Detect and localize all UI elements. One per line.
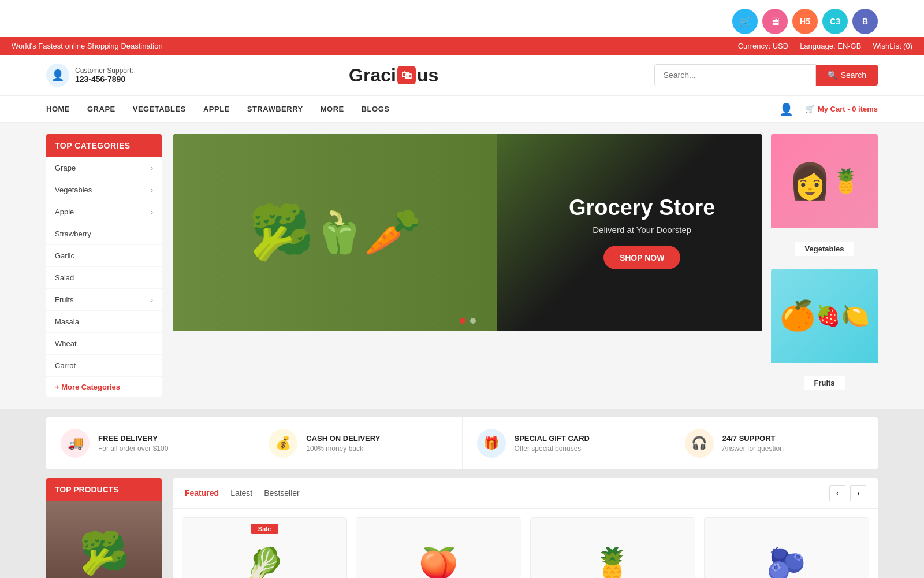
nav-right: 👤 🛒 My Cart - 0 items — [779, 102, 878, 116]
icon-bootstrap-circle[interactable]: B — [852, 9, 878, 34]
user-account-icon[interactable]: 👤 — [779, 102, 793, 116]
sidebar-item-garlic[interactable]: Garlic — [46, 245, 162, 267]
product-card-2[interactable]: 🍑 — [356, 517, 521, 578]
product-image-2: 🍑 — [356, 518, 520, 578]
arrow-icon: › — [151, 186, 153, 194]
hero-title: Grocery Store — [569, 196, 715, 220]
feature-support: 🎧 24/7 SUPPORT Answer for question — [670, 417, 878, 469]
nav-strawberry[interactable]: STRAWBERRY — [247, 96, 303, 122]
sidebar-item-fruits[interactable]: Fruits › — [46, 289, 162, 311]
language-selector[interactable]: Language: EN-GB — [800, 42, 861, 50]
currency-selector[interactable]: Currency: USD — [738, 42, 788, 50]
nav-blogs[interactable]: BLOGS — [362, 96, 390, 122]
feature-text: CASH ON DELIVERY 100% money back — [306, 434, 380, 453]
tab-next-button[interactable]: › — [850, 485, 866, 501]
tab-prev-button[interactable]: ‹ — [829, 485, 845, 501]
support-info: Customer Support: 123-456-7890 — [75, 66, 133, 84]
sidebar-item-label: Masala — [55, 317, 79, 326]
hero-banner: 🥦 🫑 🥕 Grocery Store Deliverd at Your Doo… — [173, 134, 762, 397]
side-banners: 👩 🍍 Vegetables 🍊 🍓 🍋 Fruits — [771, 134, 878, 397]
icon-cart-circle[interactable]: 🛒 — [732, 9, 758, 34]
tab-featured[interactable]: Featured — [185, 488, 219, 498]
search-input[interactable] — [654, 64, 816, 86]
feature-title: SPECIAL GIFT CARD — [515, 434, 590, 443]
sidebar-item-masala[interactable]: Masala — [46, 311, 162, 333]
nav-home[interactable]: HOME — [46, 96, 70, 122]
side-banner-vegetables-image: 👩 🍍 — [771, 134, 878, 228]
tab-bestseller[interactable]: Bestseller — [264, 488, 299, 498]
feature-gift-card: 🎁 SPECIAL GIFT CARD Offer special bonuse… — [463, 417, 670, 469]
sidebar-item-label: Grape — [55, 164, 76, 172]
sidebar-item-label: Garlic — [55, 251, 74, 260]
cart-button[interactable]: 🛒 My Cart - 0 items — [805, 105, 878, 113]
hero-carousel-dots — [460, 318, 476, 324]
icon-css-circle[interactable]: C3 — [822, 9, 848, 34]
top-products-sidebar-image: 🥦 — [46, 501, 162, 578]
feature-desc: 100% money back — [306, 444, 380, 453]
feature-text: SPECIAL GIFT CARD Offer special bonuses — [515, 434, 590, 453]
nav-vegetables[interactable]: VEGETABLES — [133, 96, 186, 122]
logo-name-start: Graci — [349, 65, 396, 86]
icon-monitor-circle[interactable]: 🖥 — [762, 9, 788, 34]
nav-apple[interactable]: APPLE — [203, 96, 230, 122]
cash-delivery-icon: 💰 — [269, 429, 297, 458]
tab-latest[interactable]: Latest — [230, 488, 252, 498]
product-image-4: 🫐 — [705, 518, 869, 578]
support-number: 123-456-7890 — [75, 75, 133, 84]
feature-title: CASH ON DELIVERY — [306, 434, 380, 443]
sidebar-item-apple[interactable]: Apple › — [46, 201, 162, 223]
hero-section: 🥦 🫑 🥕 Grocery Store Deliverd at Your Doo… — [173, 134, 878, 397]
top-icons-bar: 🛒 🖥 H5 C3 B — [0, 0, 924, 37]
header: 👤 Customer Support: 123-456-7890 Graci 🛍… — [0, 55, 924, 96]
product-card-3[interactable]: 🍍 — [530, 517, 695, 578]
top-products-title: TOP PRODUCTS — [46, 478, 162, 501]
product-card-4[interactable]: 🫐 — [704, 517, 869, 578]
more-categories-label: + More Categories — [55, 383, 120, 391]
arrow-icon: › — [151, 164, 153, 172]
sidebar-item-label: Vegetables — [55, 186, 92, 194]
support-label: Customer Support: — [75, 66, 133, 75]
feature-text: 24/7 SUPPORT Answer for question — [722, 434, 784, 453]
hero-text-area: Grocery Store Deliverd at Your Doorstep … — [569, 196, 715, 269]
hero-vegetables-image: 🥦 🫑 🥕 — [173, 134, 497, 331]
more-categories-link[interactable]: + More Categories — [46, 377, 162, 397]
sidebar-item-label: Wheat — [55, 339, 77, 348]
logo-icon: 🛍 — [397, 66, 416, 84]
cart-icon: 🛒 — [805, 105, 814, 113]
products-tabs-bar: Featured Latest Bestseller ‹ › — [173, 478, 878, 509]
hero-subtitle: Deliverd at Your Doorstep — [569, 224, 715, 234]
free-delivery-icon: 🚚 — [61, 429, 90, 458]
top-bar-right: Currency: USD Language: EN-GB WishList (… — [738, 42, 912, 50]
site-logo[interactable]: Graci 🛍 us — [349, 65, 438, 86]
categories-sidebar: TOP CATEGORIES Grape › Vegetables › Appl… — [46, 134, 162, 397]
side-banner-vegetables[interactable]: 👩 🍍 Vegetables — [771, 134, 878, 263]
wishlist-link[interactable]: WishList (0) — [873, 42, 912, 50]
announcement-bar: World's Fastest online Shopping Deastina… — [0, 37, 924, 55]
nav-grape[interactable]: GRAPE — [87, 96, 116, 122]
sidebar-item-label: Salad — [55, 273, 74, 282]
sidebar-item-vegetables[interactable]: Vegetables › — [46, 179, 162, 201]
sidebar-item-label: Apple — [55, 208, 74, 216]
sidebar-item-salad[interactable]: Salad — [46, 267, 162, 289]
top-products-sidebar: TOP PRODUCTS 🥦 — [46, 478, 162, 578]
feature-cash-delivery: 💰 CASH ON DELIVERY 100% money back — [254, 417, 462, 469]
carousel-dot-2[interactable] — [470, 318, 476, 324]
sidebar-item-strawberry[interactable]: Strawberry — [46, 223, 162, 245]
feature-free-delivery: 🚚 FREE DELIVERY For all order over $100 — [46, 417, 254, 469]
customer-support: 👤 Customer Support: 123-456-7890 — [46, 64, 133, 87]
search-button[interactable]: 🔍 Search — [816, 65, 878, 86]
cart-label: My Cart - 0 items — [818, 105, 878, 113]
product-card-1[interactable]: Sale 🥬 — [182, 517, 347, 578]
carousel-dot-1[interactable] — [460, 318, 465, 324]
side-banner-fruits-label: Fruits — [803, 376, 845, 390]
sidebar-item-carrot[interactable]: Carrot — [46, 355, 162, 377]
sidebar-item-grape[interactable]: Grape › — [46, 157, 162, 179]
tab-links: Featured Latest Bestseller — [185, 488, 300, 498]
shop-now-button[interactable]: SHOP NOW — [603, 246, 681, 269]
top-products-main: Featured Latest Bestseller ‹ › Sale 🥬 🍑 — [173, 478, 878, 578]
sale-badge: Sale — [251, 524, 278, 534]
side-banner-fruits[interactable]: 🍊 🍓 🍋 Fruits — [771, 269, 878, 398]
nav-more[interactable]: MORE — [321, 96, 344, 122]
icon-html-circle[interactable]: H5 — [792, 9, 818, 34]
sidebar-item-wheat[interactable]: Wheat — [46, 333, 162, 355]
